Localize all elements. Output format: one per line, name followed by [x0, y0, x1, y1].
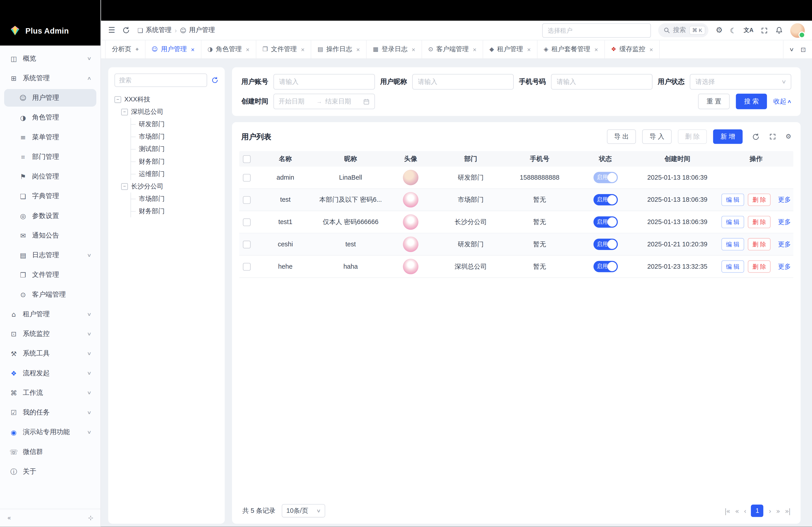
- tree-node[interactable]: −深圳总公司: [121, 105, 219, 118]
- sidebar-item-file-management[interactable]: ❐文件管理: [4, 266, 96, 284]
- export-button[interactable]: 导 出: [607, 130, 636, 144]
- delete-row-button[interactable]: 删 除: [748, 216, 770, 228]
- sidebar-item-system-management[interactable]: ⊞系统管理∧: [4, 70, 96, 87]
- sidebar-item-dept-management[interactable]: ⌗部门管理: [4, 148, 96, 166]
- tree-collapse-icon[interactable]: −: [121, 108, 128, 115]
- status-toggle[interactable]: 启用: [593, 216, 618, 228]
- sidebar-item-system-tools[interactable]: ⚒系统工具∨: [4, 345, 96, 362]
- tree-node[interactable]: 财务部门: [131, 205, 219, 217]
- tree-node[interactable]: 研发部门: [131, 118, 219, 130]
- add-button[interactable]: 新 增: [713, 130, 742, 144]
- sidebar-item-process-start[interactable]: ❖流程发起∨: [4, 364, 96, 382]
- row-checkbox[interactable]: [243, 240, 250, 248]
- more-actions-link[interactable]: 更多: [778, 262, 791, 271]
- sidebar-item-my-tasks[interactable]: ☑我的任务∨: [4, 404, 96, 421]
- close-tab-icon[interactable]: ×: [357, 46, 360, 53]
- translate-icon[interactable]: 文A: [744, 26, 754, 34]
- status-toggle[interactable]: 启用: [593, 261, 618, 272]
- tree-node[interactable]: 运维部门: [131, 168, 219, 180]
- tree-refresh-icon[interactable]: [211, 77, 219, 84]
- status-filter-select[interactable]: 请选择∨: [690, 74, 791, 90]
- phone-filter-input[interactable]: [551, 74, 653, 90]
- delete-row-button[interactable]: 删 除: [748, 238, 770, 251]
- sidebar-item-demo-features[interactable]: ◉演示站专用功能∨: [4, 423, 96, 441]
- close-tab-icon[interactable]: ×: [301, 46, 304, 53]
- more-actions-link[interactable]: 更多: [778, 217, 791, 226]
- close-tab-icon[interactable]: ×: [246, 46, 249, 53]
- created-date-range-picker[interactable]: 开始日期→结束日期: [273, 94, 375, 109]
- sidebar-item-log-management[interactable]: ▤日志管理∨: [4, 246, 96, 264]
- dark-mode-moon-icon[interactable]: ☾: [730, 27, 737, 34]
- tree-collapse-icon[interactable]: −: [114, 96, 121, 103]
- sidebar-item-notice[interactable]: ✉通知公告: [4, 227, 96, 244]
- global-search[interactable]: 搜索 ⌘ K: [658, 23, 709, 37]
- sidebar-item-user-management[interactable]: ☺用户管理: [4, 89, 96, 107]
- close-tab-icon[interactable]: ×: [649, 46, 653, 53]
- status-toggle[interactable]: 启用: [593, 172, 618, 183]
- delete-row-button[interactable]: 删 除: [748, 194, 770, 206]
- fullscreen-icon[interactable]: [761, 27, 768, 34]
- close-tab-icon[interactable]: ×: [473, 46, 476, 53]
- refresh-icon[interactable]: [122, 26, 130, 34]
- nickname-filter-input[interactable]: [412, 74, 514, 90]
- tree-node[interactable]: −长沙分公司: [121, 180, 219, 193]
- sidebar-item-role-management[interactable]: ◑角色管理: [4, 109, 96, 126]
- tab-login-log[interactable]: ▦登录日志×: [367, 40, 422, 58]
- tree-node[interactable]: 财务部门: [131, 155, 219, 168]
- tab-analysis[interactable]: 分析页⌖: [105, 40, 145, 58]
- sidebar-item-wechat-group[interactable]: ☏微信群: [4, 443, 96, 461]
- tab-role-management[interactable]: ◑角色管理×: [201, 40, 256, 58]
- next-page-icon[interactable]: ›: [769, 507, 771, 514]
- row-checkbox[interactable]: [243, 196, 250, 204]
- tab-dropdown-icon[interactable]: ∨: [789, 47, 794, 52]
- user-avatar[interactable]: [791, 23, 805, 37]
- close-tab-icon[interactable]: ×: [527, 46, 531, 53]
- table-settings-gear-icon[interactable]: ⚙: [785, 133, 791, 140]
- select-all-checkbox[interactable]: [243, 155, 250, 163]
- tab-tenant-management[interactable]: ◆租户管理×: [483, 40, 537, 58]
- tenant-select-input[interactable]: [542, 23, 651, 37]
- settings-gear-icon[interactable]: ⚙: [716, 26, 723, 34]
- tab-tenant-package[interactable]: ◈租户套餐管理×: [537, 40, 605, 58]
- tree-node[interactable]: 市场部门: [131, 193, 219, 205]
- prev-pages-icon[interactable]: «: [735, 507, 739, 514]
- tab-client-management[interactable]: ⊙客户端管理×: [422, 40, 483, 58]
- sidebar-item-tenant-management[interactable]: ⌂租户管理∨: [4, 305, 96, 323]
- row-checkbox[interactable]: [243, 174, 250, 181]
- sidebar-item-post-management[interactable]: ⚑岗位管理: [4, 168, 96, 185]
- sidebar-item-menu-management[interactable]: ≡菜单管理: [4, 128, 96, 146]
- row-checkbox[interactable]: [243, 218, 250, 226]
- status-toggle[interactable]: 启用: [593, 194, 618, 206]
- tree-search-input[interactable]: [114, 74, 207, 87]
- search-button[interactable]: 搜 索: [736, 94, 767, 109]
- status-toggle[interactable]: 启用: [593, 239, 618, 250]
- tab-file-management[interactable]: ❐文件管理×: [256, 40, 311, 58]
- tree-collapse-icon[interactable]: −: [121, 183, 128, 190]
- page-size-select[interactable]: 10条/页 ∨: [282, 504, 325, 517]
- tab-cache-monitor[interactable]: ❖缓存监控×: [605, 40, 660, 58]
- reset-button[interactable]: 重 置: [698, 94, 730, 109]
- close-tab-icon[interactable]: ×: [412, 46, 415, 53]
- tab-operation-log[interactable]: ▤操作日志×: [311, 40, 366, 58]
- tab-screenshot-icon[interactable]: ⊡: [800, 46, 806, 52]
- delete-button[interactable]: 删 除: [678, 130, 707, 144]
- delete-row-button[interactable]: 删 除: [748, 260, 770, 273]
- edit-button[interactable]: 编 辑: [721, 194, 744, 206]
- edit-button[interactable]: 编 辑: [721, 238, 744, 251]
- edit-button[interactable]: 编 辑: [721, 260, 744, 273]
- sidebar-item-overview[interactable]: ◫概览∨: [4, 49, 96, 67]
- breadcrumb-item[interactable]: ❏系统管理: [137, 26, 171, 35]
- pin-sidebar-icon[interactable]: ⊹: [88, 515, 93, 521]
- close-tab-icon[interactable]: ×: [594, 46, 598, 53]
- row-checkbox[interactable]: [243, 262, 250, 270]
- breadcrumb-item[interactable]: ☺用户管理: [180, 26, 215, 35]
- collapse-sidebar-icon[interactable]: «: [7, 515, 11, 521]
- tab-user-management[interactable]: ☺用户管理×: [145, 40, 201, 58]
- sidebar-item-system-monitor[interactable]: ⊡系统监控∨: [4, 325, 96, 343]
- hamburger-icon[interactable]: ☰: [108, 26, 115, 34]
- first-page-icon[interactable]: |«: [724, 507, 730, 514]
- sidebar-item-param-settings[interactable]: ◎参数设置: [4, 207, 96, 225]
- close-tab-icon[interactable]: ×: [191, 46, 195, 53]
- table-fullscreen-icon[interactable]: [769, 133, 776, 140]
- prev-page-icon[interactable]: ‹: [744, 507, 746, 514]
